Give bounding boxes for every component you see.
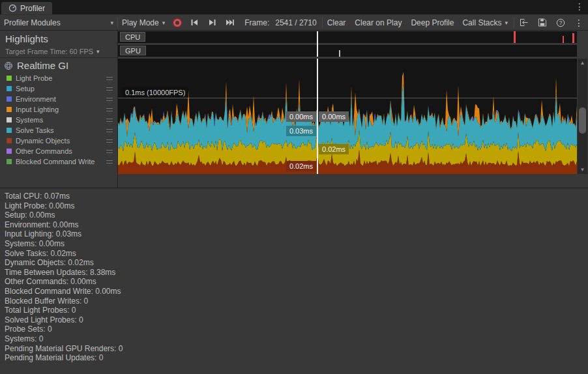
help-icon: ? xyxy=(556,18,565,27)
next-frame-button[interactable] xyxy=(203,15,221,30)
scroll-up-icon[interactable]: ▲ xyxy=(578,59,587,67)
kebab-menu-icon: ⋮ xyxy=(574,18,583,28)
detail-line: Time Between Updates: 8.38ms xyxy=(5,268,588,278)
frame-counter: Frame: 2541 / 2710 xyxy=(239,18,321,27)
detail-line: Environment: 0.00ms xyxy=(5,220,588,230)
drag-handle-icon[interactable] xyxy=(106,150,113,153)
legend-item-solve-tasks[interactable]: Solve Tasks xyxy=(7,125,117,136)
detail-line: Pending Material GPU Renders: 0 xyxy=(5,344,588,354)
drag-handle-icon[interactable] xyxy=(106,129,113,132)
toolbar: Profiler Modules ▾ Play Mode ▾ Frame: 25… xyxy=(0,14,588,31)
frame-spike-tick xyxy=(514,31,516,43)
toolbar-right-group: ? ⋮ xyxy=(514,15,588,30)
call-stacks-dropdown[interactable]: Call Stacks ▾ xyxy=(458,15,512,30)
legend-label: Light Probe xyxy=(16,74,102,82)
clear-button[interactable]: Clear xyxy=(323,15,351,30)
load-profile-button[interactable] xyxy=(514,15,533,30)
detail-line: Solved Light Probes: 0 xyxy=(5,315,588,325)
legend-color-swatch xyxy=(7,128,12,133)
legend-label: Other Commands xyxy=(16,147,102,155)
legend-label: Setup xyxy=(16,85,102,93)
save-profile-button[interactable] xyxy=(533,15,551,30)
clear-on-play-button[interactable]: Clear on Play xyxy=(350,15,406,30)
legend-color-swatch xyxy=(7,86,12,91)
legend-label: Systems xyxy=(16,116,102,124)
gpu-chip: GPU xyxy=(120,46,146,55)
load-import-icon xyxy=(519,18,529,27)
save-disk-icon xyxy=(538,18,547,27)
detail-line: Dynamic Objects: 0.02ms xyxy=(5,258,588,268)
detail-line: Input Lighting: 0.03ms xyxy=(5,229,588,239)
detail-line: Probe Sets: 0 xyxy=(5,324,588,334)
detail-line: Other Commands: 0.00ms xyxy=(5,277,588,287)
detail-line: Solve Tasks: 0.02ms xyxy=(5,249,588,259)
chevron-down-icon: ▾ xyxy=(110,20,113,26)
step-forward-icon xyxy=(208,19,216,26)
legend-item-input-lighting[interactable]: Input Lighting xyxy=(7,104,117,115)
previous-frame-button[interactable] xyxy=(186,15,203,30)
target-frame-time-label: Target Frame Time: 60 FPS xyxy=(5,48,93,55)
call-stacks-label: Call Stacks xyxy=(462,18,501,27)
realtime-gi-module-title[interactable]: Realtime GI xyxy=(17,60,68,71)
playhead-line[interactable] xyxy=(317,31,318,57)
legend-color-swatch xyxy=(7,107,12,112)
current-frame-button[interactable] xyxy=(221,15,239,30)
main-area: Highlights Target Frame Time: 60 FPS ▾ R… xyxy=(0,31,588,188)
realtime-gi-module: Realtime GI xyxy=(0,58,117,72)
highlights-chart[interactable]: CPU GPU xyxy=(118,31,577,57)
drag-handle-icon[interactable] xyxy=(106,77,113,80)
profiler-gauge-icon xyxy=(8,4,17,12)
detail-line: Systems: 0 xyxy=(5,334,588,344)
detail-line: Blocked Buffer Writes: 0 xyxy=(5,296,588,306)
play-mode-dropdown[interactable]: Play Mode ▾ xyxy=(118,15,169,30)
scrollbar-thumb[interactable] xyxy=(579,108,586,134)
tab-profiler[interactable]: Profiler xyxy=(1,2,52,14)
chevron-down-icon: ▾ xyxy=(96,48,100,55)
legend-label: Solve Tasks xyxy=(16,126,102,134)
legend-item-systems[interactable]: Systems xyxy=(7,115,117,125)
drag-handle-icon[interactable] xyxy=(106,98,113,101)
svg-text:?: ? xyxy=(559,20,563,26)
drag-handle-icon[interactable] xyxy=(106,108,113,111)
cpu-chip: CPU xyxy=(120,32,145,42)
deep-profile-button[interactable]: Deep Profile xyxy=(406,15,458,30)
drag-handle-icon[interactable] xyxy=(106,139,113,143)
realtime-gi-legend: Light ProbeSetupEnvironmentInput Lightin… xyxy=(0,72,117,167)
chart-scrollbar[interactable]: ▲ ▼ xyxy=(578,59,587,174)
gridline-label: 0.1ms (10000FPS) xyxy=(122,87,188,98)
cpu-highlight-row[interactable]: CPU xyxy=(118,31,577,43)
record-button[interactable] xyxy=(169,15,186,30)
toolbar-menu-button[interactable]: ⋮ xyxy=(570,15,588,30)
realtime-gi-chart[interactable]: 0.1ms (10000FPS) 0.00ms0.00ms0.03ms0.02m… xyxy=(118,59,577,174)
scroll-down-icon[interactable]: ▼ xyxy=(578,165,587,174)
gridline xyxy=(118,98,577,98)
profiler-modules-dropdown[interactable]: Profiler Modules ▾ xyxy=(0,15,117,30)
legend-item-other-commands[interactable]: Other Commands xyxy=(7,146,117,156)
gpu-highlight-row[interactable]: GPU xyxy=(118,45,577,57)
chevron-down-icon: ▾ xyxy=(505,20,508,26)
drag-handle-icon[interactable] xyxy=(106,119,113,122)
legend-item-dynamic-objects[interactable]: Dynamic Objects xyxy=(7,136,117,146)
frame-value-callout: 0.00ms xyxy=(286,111,316,122)
legend-label: Environment xyxy=(16,95,102,103)
frame-spike-tick xyxy=(563,36,564,43)
frame-spike-tick xyxy=(572,33,574,43)
legend-item-setup[interactable]: Setup xyxy=(7,83,117,94)
frame-value: 2541 / 2710 xyxy=(275,18,316,27)
playhead-line[interactable] xyxy=(317,59,318,174)
target-frame-time-dropdown[interactable]: Target Frame Time: 60 FPS ▾ xyxy=(5,48,112,55)
chart-area: CPU GPU 0.1ms (10000FPS) 0.00ms0.00ms0.0… xyxy=(118,31,588,188)
realtime-gi-icon xyxy=(4,61,13,70)
window-menu-icon[interactable]: ⋮ xyxy=(575,1,584,12)
drag-handle-icon[interactable] xyxy=(106,160,113,164)
frame-value-callout: 0.03ms xyxy=(286,126,316,136)
detail-line: Setup: 0.00ms xyxy=(5,210,588,220)
help-button[interactable]: ? xyxy=(551,15,570,30)
legend-item-environment[interactable]: Environment xyxy=(7,94,117,104)
details-panel: Total CPU: 0.07msLight Probe: 0.00msSetu… xyxy=(0,188,588,374)
drag-handle-icon[interactable] xyxy=(106,87,113,91)
highlights-module-title[interactable]: Highlights xyxy=(5,33,112,44)
legend-item-blocked-command-write[interactable]: Blocked Command Write xyxy=(7,156,117,167)
legend-item-light-probe[interactable]: Light Probe xyxy=(7,73,117,83)
tab-bar: Profiler ⋮ xyxy=(0,0,588,14)
